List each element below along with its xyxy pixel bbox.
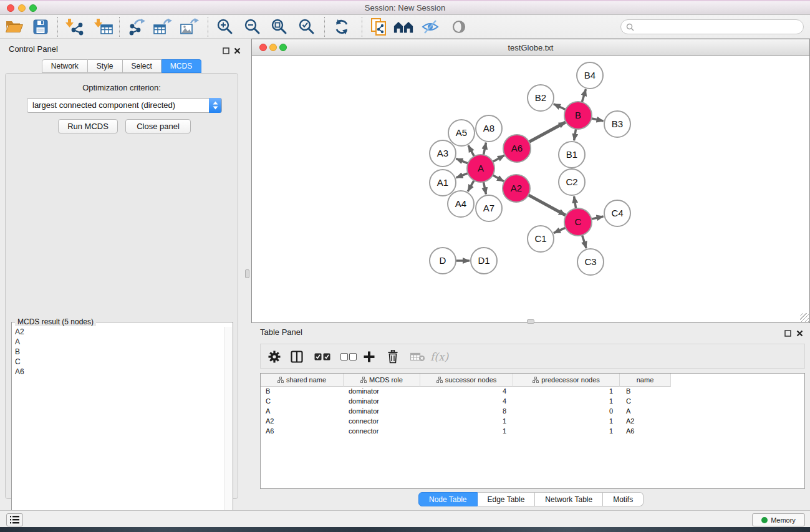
create-column-plus-icon[interactable] — [363, 349, 375, 364]
delete-column-trash-icon[interactable] — [387, 349, 399, 364]
delete-table-icon-disabled — [410, 349, 425, 364]
table-cell-mcds-role[interactable]: connector — [349, 427, 378, 435]
float-panel-icon[interactable] — [223, 46, 229, 57]
resize-grip[interactable] — [800, 313, 809, 322]
table-cell-name[interactable]: B — [626, 387, 630, 395]
mcds-result-item[interactable]: C — [12, 357, 226, 367]
column-header-mcds-role[interactable]: MCDS role — [344, 374, 420, 387]
task-history-button[interactable] — [6, 513, 23, 526]
tab-network[interactable]: Network — [42, 59, 88, 73]
table-cell-successor-nodes[interactable]: 8 — [503, 407, 506, 415]
table-cell-name[interactable]: C — [626, 397, 631, 405]
table-cell-shared-name[interactable]: A2 — [266, 417, 274, 425]
column-header-predecessor-nodes[interactable]: predecessor nodes — [513, 374, 620, 387]
column-header-name[interactable]: name — [620, 374, 671, 387]
table-cell-shared-name[interactable]: C — [266, 397, 271, 405]
graph-node-label-B: B — [575, 110, 581, 120]
graph-node-label-B3: B3 — [612, 118, 623, 129]
graph-edge-A2-C[interactable] — [527, 194, 566, 215]
first-neighbors-icon[interactable] — [393, 17, 414, 36]
table-cell-shared-name[interactable]: A — [266, 407, 270, 415]
network-view-window: testGlobe.txt B4B2BB3A5A8A6A3B1AA1C2A2A4… — [251, 39, 810, 323]
table-cell-shared-name[interactable]: B — [266, 387, 270, 395]
table-row[interactable]: Cdominator41C — [261, 397, 804, 407]
import-table-icon[interactable] — [93, 17, 114, 36]
table-cell-successor-nodes[interactable]: 1 — [503, 427, 506, 435]
table-row[interactable]: A2connector11A2 — [261, 417, 804, 427]
table-cell-name[interactable]: A2 — [626, 417, 634, 425]
mcds-result-list[interactable]: A2ABCA6 — [12, 327, 226, 529]
export-table-icon[interactable] — [152, 17, 173, 36]
divider-drag-handle[interactable] — [245, 269, 249, 278]
graph-node-label-D1: D1 — [478, 255, 489, 266]
zoom-selected-icon[interactable] — [296, 17, 317, 36]
table-cell-predecessor-nodes[interactable]: 1 — [609, 387, 613, 395]
table-cell-shared-name[interactable]: A6 — [266, 427, 274, 435]
select-all-columns-icon[interactable] — [314, 349, 330, 364]
apply-layout-icon[interactable] — [331, 17, 352, 36]
close-panel-button[interactable]: Close panel — [125, 119, 191, 133]
tab-mcds[interactable]: MCDS — [162, 59, 201, 73]
table-cell-predecessor-nodes[interactable]: 0 — [609, 407, 613, 415]
mcds-result-box: MCDS result (5 nodes) A2ABCA6 — [11, 322, 233, 530]
network-document-icon[interactable] — [368, 17, 389, 36]
node-table[interactable]: shared name MCDS role successor nodes pr… — [260, 373, 805, 489]
column-header-successor-nodes[interactable]: successor nodes — [420, 374, 513, 387]
close-table-panel-icon[interactable] — [796, 328, 803, 339]
import-network-icon[interactable] — [64, 17, 85, 36]
network-canvas[interactable]: B4B2BB3A5A8A6A3B1AA1C2A2A4A7CC4C1C3DD1 — [252, 56, 809, 322]
h-divider-drag-handle[interactable] — [527, 319, 534, 324]
network-graph[interactable]: B4B2BB3A5A8A6A3B1AA1C2A2A4A7CC4C1C3DD1 — [252, 56, 809, 323]
tab-motifs[interactable]: Motifs — [603, 492, 644, 506]
optimization-criterion-select[interactable]: largest connected component (directed) — [27, 98, 222, 113]
show-all-eye-icon[interactable] — [448, 17, 470, 36]
float-table-panel-icon[interactable] — [784, 328, 791, 339]
table-cell-predecessor-nodes[interactable]: 1 — [609, 397, 613, 405]
table-cell-successor-nodes[interactable]: 4 — [503, 397, 506, 405]
tab-style[interactable]: Style — [88, 59, 123, 73]
tab-network-table[interactable]: Network Table — [535, 492, 603, 506]
zoom-in-icon[interactable] — [215, 17, 236, 36]
tab-select[interactable]: Select — [123, 59, 162, 73]
search-field[interactable] — [620, 19, 804, 34]
memory-button[interactable]: Memory — [752, 513, 805, 526]
close-panel-icon[interactable] — [234, 46, 241, 57]
network-title: testGlobe.txt — [252, 43, 809, 52]
table-cell-mcds-role[interactable]: dominator — [349, 387, 379, 395]
mcds-result-item[interactable]: A2 — [12, 327, 226, 337]
export-network-icon[interactable] — [126, 17, 147, 36]
column-header-shared-name[interactable]: shared name — [261, 374, 344, 387]
tab-node-table[interactable]: Node Table — [418, 492, 478, 506]
table-cell-name[interactable]: A6 — [626, 427, 634, 435]
search-input[interactable] — [637, 22, 803, 31]
run-mcds-button[interactable]: Run MCDS — [58, 119, 118, 133]
table-cell-successor-nodes[interactable]: 1 — [503, 417, 506, 425]
save-session-icon[interactable] — [30, 17, 51, 36]
table-cell-successor-nodes[interactable]: 4 — [503, 387, 506, 395]
show-column-panel-icon[interactable] — [291, 349, 303, 364]
graph-edge-A6-B[interactable] — [528, 122, 566, 143]
mcds-result-item[interactable]: A6 — [12, 367, 226, 377]
table-settings-gear-icon[interactable] — [268, 349, 281, 364]
zoom-out-icon[interactable] — [242, 17, 263, 36]
deselect-all-columns-icon[interactable] — [340, 349, 357, 364]
panel-divider[interactable] — [243, 39, 251, 527]
hide-selected-eye-icon[interactable] — [420, 17, 441, 36]
table-row[interactable]: Adominator80A — [261, 407, 804, 417]
table-row[interactable]: A6connector11A6 — [261, 427, 804, 437]
table-cell-mcds-role[interactable]: connector — [349, 417, 378, 425]
mcds-result-item[interactable]: A — [12, 337, 226, 347]
table-row[interactable]: Bdominator41B — [261, 387, 804, 397]
result-scrollbar[interactable] — [224, 327, 232, 529]
tab-edge-table[interactable]: Edge Table — [478, 492, 536, 506]
table-cell-mcds-role[interactable]: dominator — [349, 407, 379, 415]
open-session-icon[interactable] — [4, 17, 25, 36]
table-cell-predecessor-nodes[interactable]: 1 — [609, 427, 613, 435]
table-cell-mcds-role[interactable]: dominator — [349, 397, 379, 405]
toolbar-separator — [119, 17, 120, 37]
table-cell-predecessor-nodes[interactable]: 1 — [609, 417, 613, 425]
export-image-icon[interactable] — [179, 17, 200, 36]
zoom-fit-icon[interactable] — [269, 17, 290, 36]
table-cell-name[interactable]: A — [626, 407, 630, 415]
mcds-result-item[interactable]: B — [12, 347, 226, 357]
